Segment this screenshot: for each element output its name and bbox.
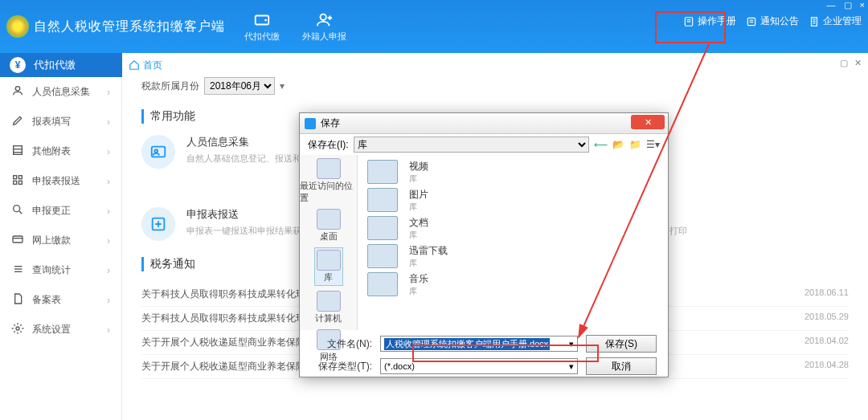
- places-label: 最近访问的位置: [300, 180, 357, 204]
- app-small-icon: [305, 118, 316, 129]
- chevron-right-icon: ›: [107, 265, 110, 276]
- crumb-box-icon[interactable]: ▢: [840, 58, 848, 68]
- title-bar: — ▢ × 自然人税收管理系统扣缴客户端 代扣代缴 外籍人申报 操作手册 通知公…: [0, 0, 868, 53]
- chevron-right-icon: ›: [107, 87, 110, 98]
- person-card-icon: [141, 135, 175, 169]
- svg-rect-19: [14, 181, 17, 184]
- breadcrumb-home[interactable]: 首页: [143, 59, 162, 72]
- svg-rect-18: [18, 176, 22, 179]
- newfolder-icon[interactable]: 📁: [629, 139, 641, 150]
- sidebar-item[interactable]: 备案表›: [0, 285, 121, 315]
- dialog-file-list[interactable]: 视频库图片库文档库迅雷下载库音乐库: [358, 155, 668, 330]
- building-icon: [809, 16, 820, 27]
- file-icon: [11, 292, 24, 308]
- min-button[interactable]: —: [827, 0, 836, 10]
- app-title: 自然人税收管理系统扣缴客户端: [34, 18, 225, 35]
- news-date: 2018.04.28: [805, 360, 849, 373]
- send-icon: [141, 207, 175, 241]
- tab-foreign-label: 外籍人申报: [302, 31, 346, 43]
- app-logo-icon: [6, 15, 29, 38]
- file-item[interactable]: 图片库: [409, 188, 658, 213]
- sidebar-item[interactable]: 系统设置›: [0, 315, 121, 345]
- dialog-title: 保存: [321, 116, 340, 130]
- sidebar-item-label: 网上缴款: [32, 234, 71, 247]
- bell-icon: [746, 16, 757, 27]
- file-item[interactable]: 视频库: [409, 160, 658, 185]
- gear-icon: [11, 322, 24, 337]
- sidebar-item[interactable]: 其他附表›: [0, 137, 121, 166]
- tab-foreign[interactable]: 外籍人申报: [302, 11, 346, 43]
- sidebar-item[interactable]: 人员信息采集›: [0, 77, 121, 107]
- max-button[interactable]: ▢: [844, 0, 852, 10]
- folder-icon: [317, 291, 341, 312]
- back-icon[interactable]: ⟵: [594, 139, 608, 150]
- period-label: 税款所属月份: [141, 80, 199, 93]
- card-title: 申报表报送: [186, 207, 310, 222]
- dialog-titlebar[interactable]: 保存 ✕: [300, 113, 668, 134]
- sidebar-item[interactable]: 报表填写›: [0, 107, 121, 137]
- news-date: 2018.04.02: [805, 336, 849, 349]
- file-item[interactable]: 文档库: [409, 216, 658, 241]
- sidebar-item[interactable]: 查询统计›: [0, 255, 121, 285]
- wallet-icon: [253, 11, 271, 29]
- sidebar-item-label: 报表填写: [32, 115, 71, 128]
- places-item[interactable]: 最近访问的位置: [300, 158, 357, 204]
- dialog-close-button[interactable]: ✕: [631, 115, 665, 129]
- close-button[interactable]: ×: [860, 0, 865, 10]
- file-item[interactable]: 音乐库: [409, 272, 658, 297]
- annotation-box: [655, 11, 726, 43]
- chevron-down-icon[interactable]: ▾: [280, 80, 285, 92]
- library-icon: [367, 272, 398, 296]
- notice-button[interactable]: 通知公告: [746, 14, 799, 28]
- svg-point-1: [264, 18, 267, 21]
- card-icon: [11, 233, 24, 248]
- svg-point-13: [15, 87, 19, 91]
- view-icon[interactable]: ☰▾: [646, 139, 660, 150]
- crumb-close-icon[interactable]: ✕: [854, 58, 862, 68]
- enterprise-label: 企业管理: [823, 14, 862, 28]
- list-icon: [11, 263, 24, 278]
- filetype-label: 保存类型(T):: [311, 360, 372, 373]
- breadcrumb: 首页: [129, 56, 162, 74]
- news-title: 关于科技人员取得职务科技成果转化现金…: [141, 287, 325, 301]
- sidebar-item[interactable]: 申报更正›: [0, 196, 121, 226]
- sidebar-header: ¥ 代扣代缴: [0, 53, 122, 77]
- sidebar-item-label: 申报表报送: [32, 174, 80, 188]
- folder-icon: [317, 250, 341, 271]
- tab-withhold-label: 代扣代缴: [244, 31, 280, 43]
- places-label: 计算机: [315, 312, 342, 324]
- dialog-places: 最近访问的位置桌面库计算机网络: [300, 155, 358, 330]
- news-title: 关于科技人员取得职务科技成果转化现金…: [141, 312, 325, 325]
- library-icon: [367, 188, 398, 212]
- sidebar-item[interactable]: 申报表报送›: [0, 166, 121, 196]
- places-item[interactable]: 库: [314, 247, 343, 286]
- home-icon: [129, 59, 140, 71]
- places-item[interactable]: 桌面: [317, 209, 341, 243]
- sidebar-item-label: 申报更正: [32, 204, 71, 218]
- svg-rect-20: [18, 181, 22, 184]
- file-item[interactable]: 迅雷下载库: [409, 244, 658, 269]
- svg-point-21: [14, 206, 20, 212]
- sidebar: ¥ 代扣代缴 人员信息采集›报表填写›其他附表›申报表报送›申报更正›网上缴款›…: [0, 53, 122, 420]
- period-select[interactable]: 2018年06月: [204, 77, 275, 95]
- enterprise-button[interactable]: 企业管理: [809, 14, 862, 28]
- table-icon: [11, 144, 24, 159]
- grid-icon: [11, 173, 24, 189]
- sidebar-item[interactable]: 网上缴款›: [0, 226, 121, 255]
- sidebar-item-label: 其他附表: [32, 145, 71, 158]
- filename-label: 文件名(N):: [311, 337, 372, 351]
- person-icon: [11, 84, 24, 100]
- person-plus-icon: [316, 11, 334, 29]
- card-desc: 申报表一键报送和申报结果获取: [186, 225, 310, 237]
- save-in-select[interactable]: 库: [354, 137, 589, 153]
- folder-icon: [317, 158, 341, 179]
- notice-label: 通知公告: [760, 14, 799, 28]
- sidebar-item-label: 系统设置: [32, 323, 71, 336]
- tab-withhold[interactable]: 代扣代缴: [244, 11, 280, 43]
- up-icon[interactable]: 📂: [612, 139, 624, 150]
- save-in-label: 保存在(I):: [308, 138, 349, 152]
- chevron-right-icon: ›: [107, 295, 110, 306]
- chevron-right-icon: ›: [107, 146, 110, 157]
- places-item[interactable]: 计算机: [315, 291, 342, 324]
- chevron-right-icon: ›: [107, 116, 110, 128]
